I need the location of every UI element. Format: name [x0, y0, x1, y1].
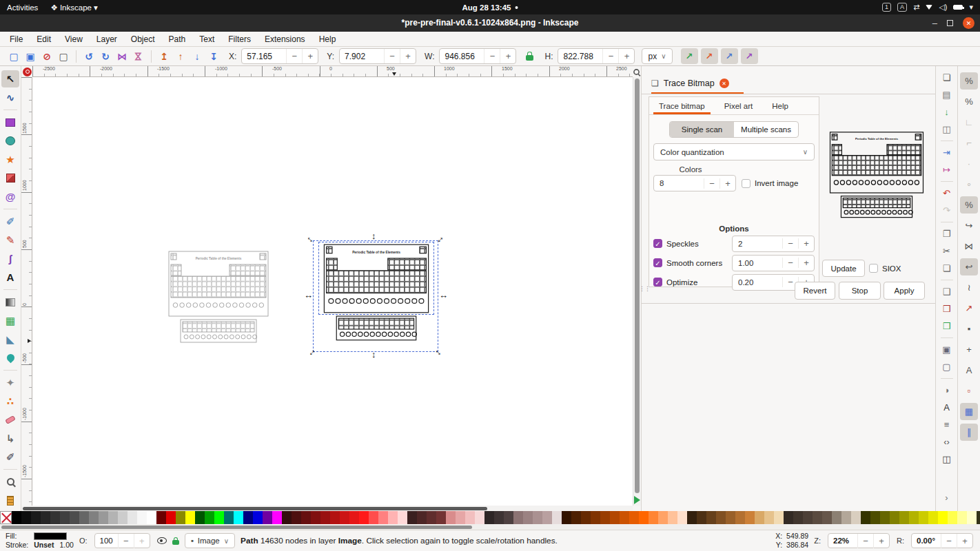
palette-swatch[interactable] — [12, 511, 21, 524]
document-properties-button[interactable]: ◫ — [939, 451, 955, 467]
tool-gradient[interactable] — [1, 293, 19, 311]
save-document-button[interactable]: ↓ — [939, 104, 955, 120]
palette-swatch[interactable] — [137, 511, 147, 524]
palette-scrollbar[interactable] — [0, 525, 980, 529]
unlink-clone-button[interactable]: ❒ — [939, 318, 955, 334]
palette-swatch[interactable] — [301, 511, 311, 524]
volume-icon[interactable]: ◁) — [939, 3, 947, 12]
smooth-corners-checkbox[interactable]: ✓ — [653, 258, 662, 267]
scale-handle-w[interactable]: ↔ — [304, 291, 313, 300]
rotate-ccw-icon[interactable]: ↺ — [81, 49, 97, 64]
snap-bbox-edges-button[interactable]: ∟ — [960, 114, 978, 131]
colors-plus-button[interactable]: + — [719, 178, 735, 189]
raise-icon[interactable]: ↑ — [172, 49, 189, 64]
clone-button[interactable]: ❒ — [939, 301, 955, 317]
horizontal-scrollbar-thumb[interactable] — [23, 507, 487, 510]
canvas-viewport[interactable]: Periodic Table of the Elements Periodic … — [32, 77, 633, 506]
palette-swatch[interactable] — [378, 511, 388, 524]
print-button[interactable]: ◫ — [939, 121, 955, 137]
palette-swatch[interactable] — [523, 511, 533, 524]
menu-edit[interactable]: Edit — [31, 33, 57, 45]
rotation-minus-button[interactable]: − — [941, 534, 957, 548]
scale-patterns-button[interactable]: ↗ — [741, 48, 758, 64]
palette-swatch[interactable] — [243, 511, 253, 524]
palette-swatch[interactable] — [513, 511, 523, 524]
snap-line-midpoints-button[interactable]: ↗ — [960, 300, 978, 317]
palette-swatch[interactable] — [533, 511, 542, 524]
scale-handle-s[interactable]: ↕ — [371, 350, 376, 359]
redo-button[interactable]: ↷ — [939, 202, 955, 218]
palette-swatch[interactable] — [79, 511, 89, 524]
siox-checkbox[interactable] — [869, 264, 878, 273]
layer-lock-icon[interactable] — [172, 540, 179, 545]
horizontal-scrollbar[interactable] — [21, 506, 633, 511]
system-menu-chevron-icon[interactable]: ▾ — [969, 3, 973, 12]
palette-swatch[interactable] — [156, 511, 166, 524]
colors-spinbox[interactable]: 8 − + — [653, 175, 736, 191]
palette-swatch[interactable] — [89, 511, 99, 524]
h-plus-button[interactable]: + — [618, 49, 634, 63]
cut-button[interactable]: ✂ — [939, 243, 955, 259]
w-minus-button[interactable]: − — [484, 49, 500, 63]
palette-swatch[interactable] — [562, 511, 571, 524]
activities-button[interactable]: Activities — [7, 3, 38, 12]
palette-swatch[interactable] — [793, 511, 803, 524]
palette-swatch[interactable] — [21, 511, 31, 524]
palette-swatch[interactable] — [60, 511, 70, 524]
select-all-icon[interactable]: ▢ — [6, 49, 22, 64]
layer-select[interactable]: ▪Image∨ — [185, 533, 235, 548]
palette-swatch[interactable] — [417, 511, 427, 524]
group-button[interactable]: ▣ — [939, 342, 955, 357]
single-scan-button[interactable]: Single scan — [670, 122, 734, 137]
palette-swatch[interactable] — [822, 511, 832, 524]
palette-swatch[interactable] — [851, 511, 861, 524]
opacity-spinbox[interactable]: 100−+ — [94, 533, 150, 548]
battery-icon[interactable] — [953, 5, 963, 10]
snap-grid-button[interactable]: ▦ — [960, 403, 978, 420]
scale-handle-e[interactable]: ↔ — [439, 291, 448, 300]
palette-swatch[interactable] — [803, 511, 813, 524]
snap-bbox-edge-midpoints-button[interactable]: · — [960, 155, 978, 172]
scale-handle-sw[interactable]: ↔ — [305, 345, 317, 357]
palette-swatch[interactable] — [340, 511, 349, 524]
x-spinbox[interactable]: 57.165−+ — [241, 48, 318, 64]
palette-swatch[interactable] — [899, 511, 909, 524]
zoom-plus-button[interactable]: + — [873, 534, 889, 548]
tool-pencil[interactable]: ✎ — [1, 231, 19, 249]
selection-box-icon[interactable]: ▢ — [55, 49, 72, 64]
copy-button[interactable]: ❐ — [939, 226, 955, 242]
tab-help[interactable]: Help — [762, 97, 798, 114]
tool-measure[interactable] — [1, 492, 19, 509]
x-plus-button[interactable]: + — [302, 49, 318, 63]
palette-swatch[interactable] — [677, 511, 687, 524]
palette-swatch[interactable] — [118, 511, 127, 524]
palette-swatch[interactable] — [668, 511, 677, 524]
fill-stroke-dialog-button[interactable]: ◑ — [939, 382, 955, 398]
scale-handle-ne[interactable]: ↔ — [433, 232, 445, 245]
snap-enabled-button[interactable]: % — [960, 72, 978, 90]
undo-button[interactable]: ↶ — [939, 185, 955, 201]
optimize-checkbox[interactable]: ✓ — [653, 278, 662, 287]
flip-horizontal-icon[interactable]: ⋈ — [114, 49, 130, 64]
palette-swatch[interactable] — [195, 511, 205, 524]
tool-text[interactable]: A — [1, 269, 19, 286]
color-managed-view-icon[interactable] — [634, 496, 640, 504]
periodic-table-traced-path[interactable]: Periodic Table of the Elements — [318, 243, 434, 352]
palette-swatch[interactable] — [764, 511, 774, 524]
scale-handle-se[interactable]: ↔ — [433, 345, 445, 357]
lock-ratio-icon[interactable] — [526, 55, 533, 61]
snap-bounding-box-button[interactable]: % — [960, 93, 978, 110]
palette-swatch[interactable] — [484, 511, 494, 524]
flip-vertical-icon[interactable]: ⋈ — [131, 48, 146, 65]
invert-image-checkbox[interactable] — [742, 179, 751, 188]
scale-handle-nw[interactable]: ↔ — [305, 232, 317, 245]
palette-swatch[interactable] — [504, 511, 513, 524]
snap-smooth-nodes-button[interactable]: ≀ — [960, 279, 978, 296]
snap-page-border-button[interactable]: ▫ — [960, 382, 978, 399]
stop-button[interactable]: Stop — [839, 282, 881, 300]
palette-swatch[interactable] — [649, 511, 658, 524]
speckles-plus-button[interactable]: + — [798, 238, 814, 249]
export-button[interactable]: ↦ — [939, 162, 955, 178]
tab-pixel-art[interactable]: Pixel art — [715, 97, 763, 114]
palette-swatch[interactable] — [388, 511, 398, 524]
